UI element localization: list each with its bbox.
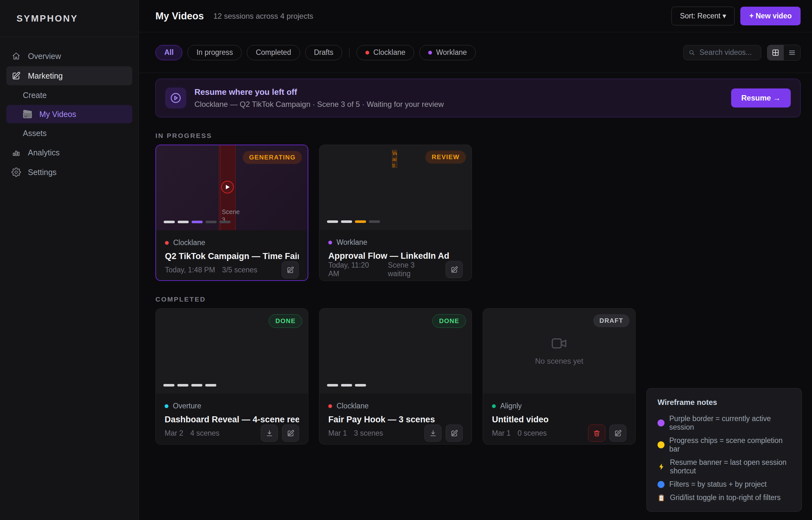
video-card-q2-tiktok[interactable]: Scene 3 GENERATING Clocklane Q2 TikTok C… bbox=[155, 145, 308, 281]
wireframe-notes: Wireframe notes Purple border = currentl… bbox=[646, 388, 802, 512]
project-row: Alignly bbox=[492, 402, 627, 410]
video-card-approval-flow[interactable]: Waiting review REVIEW Worklane Approval … bbox=[319, 145, 472, 281]
app-window: SYMPHONY Overview Marketing Create My Vi… bbox=[0, 0, 812, 520]
card-meta: Mar 1 3 scenes bbox=[328, 424, 463, 442]
progress-chip bbox=[164, 221, 175, 223]
download-button[interactable] bbox=[424, 424, 441, 442]
home-icon bbox=[11, 51, 21, 61]
progress-chip bbox=[220, 221, 231, 223]
edit-button[interactable] bbox=[282, 424, 299, 442]
resume-button[interactable]: Resume → bbox=[731, 88, 791, 107]
progress-chip bbox=[205, 384, 216, 387]
filter-drafts[interactable]: Drafts bbox=[305, 45, 342, 60]
progress-chip bbox=[192, 221, 203, 223]
sidebar-item-settings[interactable]: Settings bbox=[6, 163, 132, 182]
grid-view-button[interactable] bbox=[767, 45, 784, 60]
edit-button[interactable] bbox=[609, 424, 627, 442]
project-dot bbox=[365, 51, 369, 55]
project-dot bbox=[328, 241, 332, 244]
sidebar-item-label: Assets bbox=[23, 129, 47, 138]
play-tile bbox=[165, 87, 186, 108]
sort-dropdown[interactable]: Sort: Recent ▾ bbox=[671, 7, 735, 25]
video-date: Today, 1:48 PM bbox=[165, 266, 215, 274]
video-card-untitled-draft[interactable]: DRAFT No scenes yet Alignly Untitled vid… bbox=[483, 308, 636, 445]
search-icon bbox=[689, 49, 695, 56]
note-item: Grid/list toggle in top-right of filters bbox=[658, 493, 791, 502]
sidebar: SYMPHONY Overview Marketing Create My Vi… bbox=[0, 0, 139, 520]
sidebar-item-label: Settings bbox=[28, 168, 56, 177]
video-title: Untitled video bbox=[492, 415, 627, 424]
project-row: Clocklane bbox=[328, 402, 463, 410]
video-date: Mar 1 bbox=[328, 429, 347, 438]
sidebar-item-label: Analytics bbox=[28, 148, 60, 157]
progress-chip bbox=[327, 384, 338, 387]
yellow-circle-icon bbox=[658, 441, 664, 448]
list-view-button[interactable] bbox=[784, 45, 800, 60]
project-dot bbox=[165, 241, 169, 245]
card-info: Alignly Untitled video Mar 1 0 scenes bbox=[483, 393, 635, 445]
play-button[interactable] bbox=[221, 181, 234, 193]
pencil-square-icon bbox=[450, 266, 458, 274]
note-item: Progress chips = scene completion bar bbox=[658, 436, 791, 453]
sidebar-item-analytics[interactable]: Analytics bbox=[6, 143, 132, 162]
sidebar-item-assets[interactable]: Assets bbox=[6, 124, 132, 142]
progress-chip bbox=[341, 384, 352, 387]
card-actions bbox=[261, 424, 299, 442]
notes-title: Wireframe notes bbox=[658, 398, 791, 407]
progress-chip bbox=[206, 221, 217, 223]
sidebar-item-create[interactable]: Create bbox=[6, 86, 132, 104]
filter-in-progress[interactable]: In progress bbox=[187, 45, 242, 60]
video-card-dashboard-reveal[interactable]: DONE Overture Dashboard Reveal — 4-scene… bbox=[155, 308, 308, 445]
progress-chips bbox=[164, 221, 231, 223]
lightning-icon bbox=[658, 463, 665, 471]
filter-project-worklane[interactable]: Worklane bbox=[419, 45, 476, 60]
search-input[interactable] bbox=[699, 48, 756, 57]
video-thumbnail[interactable]: DONE bbox=[320, 309, 472, 393]
project-row: Worklane bbox=[328, 238, 463, 247]
video-thumbnail[interactable]: Scene 3 GENERATING bbox=[156, 145, 308, 230]
video-title: Fair Pay Hook — 3 scenes bbox=[328, 415, 463, 424]
delete-button[interactable] bbox=[588, 424, 605, 442]
project-dot bbox=[164, 404, 169, 408]
video-date: Mar 2 bbox=[164, 429, 183, 438]
video-card-fair-pay-hook[interactable]: DONE Clocklane Fair Pay Hook — 3 scenes … bbox=[319, 308, 472, 445]
sidebar-item-overview[interactable]: Overview bbox=[6, 47, 132, 66]
blue-circle-icon bbox=[658, 481, 664, 488]
download-button[interactable] bbox=[261, 424, 278, 442]
sidebar-item-my-videos[interactable]: My Videos bbox=[6, 105, 132, 123]
trash-icon bbox=[593, 429, 601, 437]
banner-title: Resume where you left off bbox=[195, 87, 444, 97]
progress-chip bbox=[178, 221, 189, 223]
card-meta: Today, 11:20 AM Scene 3 waiting bbox=[328, 261, 463, 278]
app-logo: SYMPHONY bbox=[0, 0, 138, 37]
sidebar-item-label: Create bbox=[23, 91, 47, 100]
bar-chart-icon bbox=[11, 148, 21, 157]
note-item: Resume banner = last open session shortc… bbox=[658, 458, 791, 475]
pencil-square-icon bbox=[450, 429, 458, 437]
clapperboard-icon bbox=[23, 109, 32, 119]
card-info: Overture Dashboard Reveal — 4-scene reel… bbox=[156, 393, 308, 445]
filter-bar: All In progress Completed Drafts Clockla… bbox=[139, 32, 812, 73]
note-item: Filters = by status + by project bbox=[658, 480, 791, 489]
new-video-button[interactable]: + New video bbox=[740, 7, 801, 25]
filter-divider bbox=[349, 48, 350, 58]
edit-button[interactable] bbox=[282, 261, 299, 278]
sidebar-item-marketing[interactable]: Marketing bbox=[6, 66, 132, 85]
video-thumbnail[interactable]: DONE bbox=[156, 309, 308, 393]
section-label-completed: COMPLETED bbox=[155, 295, 801, 303]
empty-state: No scenes yet bbox=[483, 309, 635, 393]
project-name: Clocklane bbox=[173, 238, 205, 247]
status-badge: DONE bbox=[432, 314, 466, 328]
edit-button[interactable] bbox=[446, 261, 463, 278]
card-meta: Mar 2 4 scenes bbox=[164, 424, 299, 442]
progress-chip bbox=[369, 220, 380, 223]
video-thumbnail[interactable]: Waiting review REVIEW bbox=[320, 145, 472, 230]
filter-completed[interactable]: Completed bbox=[247, 45, 300, 60]
status-badge: GENERATING bbox=[243, 151, 302, 164]
edit-button[interactable] bbox=[446, 424, 463, 442]
video-thumbnail[interactable]: DRAFT No scenes yet bbox=[483, 309, 635, 393]
download-icon bbox=[429, 429, 437, 437]
filter-all[interactable]: All bbox=[155, 45, 182, 60]
filter-project-clocklane[interactable]: Clocklane bbox=[357, 45, 414, 60]
filter-label: Clocklane bbox=[373, 48, 405, 57]
